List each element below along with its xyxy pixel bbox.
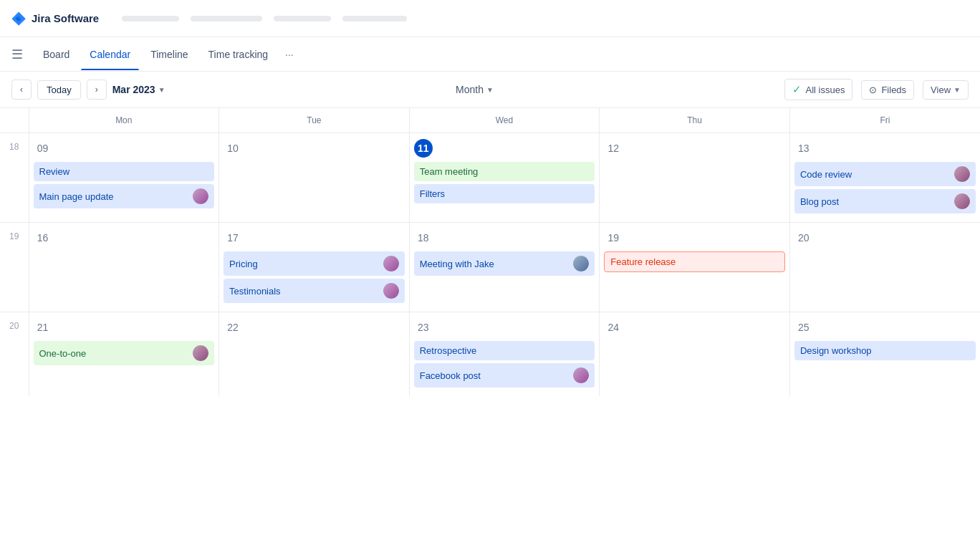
day-num-20: 20 <box>794 229 813 247</box>
day-cell-18: 18 Meeting with Jake <box>409 223 600 312</box>
day-cell-11: 11 Team meeting Filters <box>409 133 600 223</box>
col-mon: Mon <box>29 108 219 133</box>
avatar-facebook-post <box>573 367 589 383</box>
event-main-page-update[interactable]: Main page update <box>34 184 215 208</box>
event-filters[interactable]: Filters <box>414 184 595 203</box>
skeleton-1 <box>122 16 179 21</box>
event-testimonials[interactable]: Testimonials <box>224 279 405 303</box>
week-row-19: 19 16 17 Pricing Testimonials 18 <box>0 223 980 312</box>
day-num-21: 21 <box>34 318 52 337</box>
fileds-icon: ⊙ <box>869 85 877 95</box>
day-num-11: 11 <box>414 139 433 158</box>
next-button[interactable]: › <box>87 80 107 100</box>
calendar-header: Mon Tue Wed Thu Fri <box>0 108 980 133</box>
avatar-blog-post <box>954 193 970 209</box>
view-button[interactable]: View ▼ <box>923 80 969 100</box>
all-issues-label: All issues <box>806 85 845 95</box>
event-design-workshop-label: Design workshop <box>800 345 872 356</box>
avatar-one-to-one <box>193 345 208 361</box>
app-name: Jira Software <box>32 12 99 24</box>
week-row-18: 18 09 Review Main page update 10 11 <box>0 133 980 223</box>
event-one-to-one[interactable]: One-to-one <box>34 341 215 365</box>
day-num-12: 12 <box>604 139 623 158</box>
event-retrospective[interactable]: Retrospective <box>414 341 595 360</box>
event-review[interactable]: Review <box>34 162 215 181</box>
view-label: View <box>931 85 951 95</box>
day-cell-19: 19 Feature release <box>600 223 790 312</box>
event-pricing-label: Pricing <box>229 259 258 269</box>
event-testimonials-label: Testimonials <box>229 286 281 297</box>
fileds-button[interactable]: ⊙ Fileds <box>861 80 914 100</box>
tab-time-tracking[interactable]: Time tracking <box>200 39 277 70</box>
col-thu: Thu <box>600 108 790 133</box>
col-tue: Tue <box>219 108 410 133</box>
event-design-workshop[interactable]: Design workshop <box>794 341 976 360</box>
day-num-25: 25 <box>794 318 813 337</box>
event-blog-post-label: Blog post <box>800 196 839 207</box>
event-filters-label: Filters <box>420 188 445 199</box>
day-cell-10: 10 <box>219 133 410 223</box>
day-cell-23: 23 Retrospective Facebook post <box>409 312 600 397</box>
day-cell-20: 20 <box>789 223 980 312</box>
col-wed: Wed <box>409 108 600 133</box>
more-tabs-button[interactable]: ··· <box>279 39 299 70</box>
month-selector[interactable]: Month ▼ <box>456 84 494 95</box>
event-code-review[interactable]: Code review <box>794 162 976 186</box>
day-num-16: 16 <box>34 229 52 247</box>
day-cell-17: 17 Pricing Testimonials <box>219 223 410 312</box>
tab-board[interactable]: Board <box>34 39 78 70</box>
day-cell-12: 12 <box>600 133 790 223</box>
day-num-09: 09 <box>34 139 52 158</box>
skeleton-3 <box>274 16 331 21</box>
day-cell-16: 16 <box>29 223 219 312</box>
skeleton-2 <box>191 16 262 21</box>
event-retrospective-label: Retrospective <box>420 345 476 356</box>
fileds-label: Fileds <box>881 85 906 95</box>
nav-tabs: ☰ Board Calendar Timeline Time tracking … <box>0 37 980 72</box>
day-cell-25: 25 Design workshop <box>789 312 980 397</box>
jira-logo-icon <box>11 11 26 26</box>
event-meeting-with-jake[interactable]: Meeting with Jake <box>414 251 595 276</box>
event-blog-post[interactable]: Blog post <box>794 189 976 213</box>
month-label: Month <box>456 84 484 95</box>
event-pricing[interactable]: Pricing <box>224 251 405 276</box>
topbar-skeletons <box>122 16 407 21</box>
week-row-20: 20 21 One-to-one 22 23 Retrospective <box>0 312 980 397</box>
check-circle-icon: ✓ <box>792 83 802 96</box>
week-num-18: 18 <box>0 133 29 223</box>
calendar-grid: Mon Tue Wed Thu Fri 18 09 Review Main pa… <box>0 108 980 396</box>
event-review-label: Review <box>39 166 70 177</box>
day-num-23: 23 <box>414 318 433 337</box>
week-num-20: 20 <box>0 312 29 397</box>
skeleton-4 <box>342 16 407 21</box>
date-chevron-icon: ▼ <box>158 86 165 94</box>
all-issues-button[interactable]: ✓ All issues <box>784 79 853 100</box>
date-selector[interactable]: Mar 2023 ▼ <box>112 84 165 95</box>
view-chevron-icon: ▼ <box>953 86 961 94</box>
day-num-19: 19 <box>604 229 623 247</box>
event-team-meeting-label: Team meeting <box>420 166 479 177</box>
avatar-pricing <box>383 256 399 271</box>
day-num-18: 18 <box>414 229 433 247</box>
event-feature-release-label: Feature release <box>610 256 676 267</box>
event-team-meeting[interactable]: Team meeting <box>414 162 595 181</box>
event-facebook-post[interactable]: Facebook post <box>414 363 595 388</box>
topbar: Jira Software <box>0 0 980 37</box>
hamburger-icon[interactable]: ☰ <box>11 47 23 62</box>
day-cell-13: 13 Code review Blog post <box>789 133 980 223</box>
today-button[interactable]: Today <box>37 80 81 100</box>
event-one-to-one-label: One-to-one <box>39 348 87 359</box>
app-logo: Jira Software <box>11 11 99 26</box>
col-fri: Fri <box>789 108 980 133</box>
event-feature-release[interactable]: Feature release <box>604 251 785 272</box>
tab-calendar[interactable]: Calendar <box>81 39 139 70</box>
day-cell-21: 21 One-to-one <box>29 312 219 397</box>
tab-timeline[interactable]: Timeline <box>142 39 196 70</box>
day-num-13: 13 <box>794 139 813 158</box>
week-col-header <box>0 108 29 133</box>
prev-button[interactable]: ‹ <box>11 80 32 100</box>
day-num-17: 17 <box>224 229 242 247</box>
calendar-toolbar: ‹ Today › Mar 2023 ▼ Month ▼ ✓ All issue… <box>0 72 980 108</box>
week-num-19: 19 <box>0 223 29 312</box>
avatar-meeting-with-jake <box>573 256 589 271</box>
